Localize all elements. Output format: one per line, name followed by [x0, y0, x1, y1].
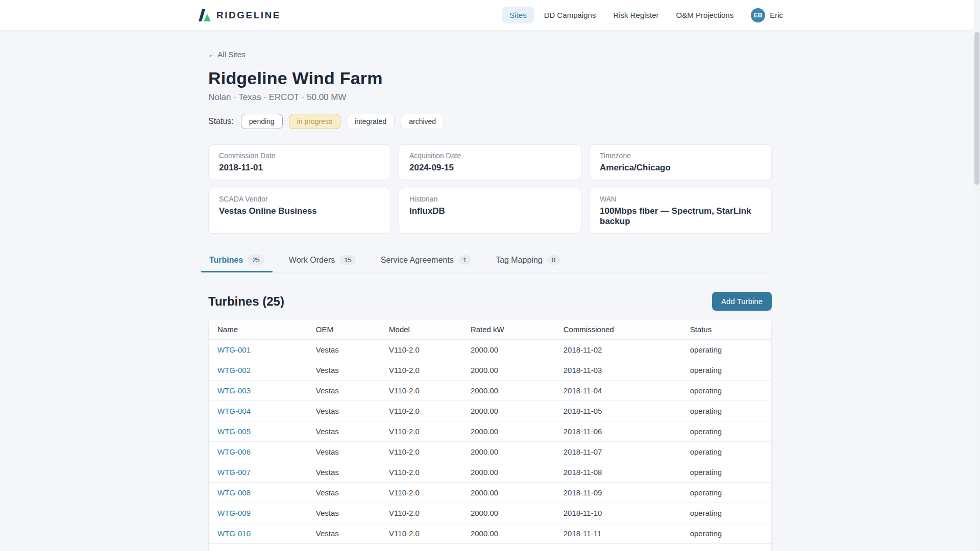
- table-cell: 2000.00: [462, 503, 555, 523]
- table-cell: Vestas: [307, 421, 380, 442]
- table-cell: V110-2.0: [380, 462, 462, 483]
- tab-count-badge: 15: [339, 255, 356, 265]
- card-label: WAN: [600, 195, 761, 203]
- card-label: Acquisition Date: [409, 152, 571, 160]
- table-cell: V110-2.0: [380, 340, 462, 360]
- table-cell: operating: [681, 523, 771, 544]
- turbine-link[interactable]: WTG-008: [217, 488, 251, 497]
- table-cell: Vestas: [307, 401, 380, 421]
- table-row: WTG-009VestasV110-2.02000.002018-11-10op…: [209, 503, 771, 523]
- table-cell: 2000.00: [462, 360, 555, 381]
- table-cell: WTG-007: [209, 462, 307, 483]
- table-cell: WTG-001: [209, 340, 307, 360]
- table-cell: WTG-002: [209, 360, 307, 381]
- nav-item-o-m-projections[interactable]: O&M Projections: [669, 7, 741, 23]
- table-cell: V110-2.0: [380, 442, 462, 462]
- info-card-wan: WAN100Mbps fiber — Spectrum, StarLink ba…: [589, 188, 772, 234]
- status-pill-archived[interactable]: archived: [401, 114, 444, 129]
- site-detail-page: ← All Sites Ridgeline Wind Farm Nolan · …: [208, 31, 772, 551]
- table-cell: Vestas: [307, 462, 380, 483]
- info-card-scada-vendor: SCADA VendorVestas Online Business: [208, 188, 391, 234]
- tab-label: Tag Mapping: [496, 256, 543, 265]
- column-header-rated-kw: Rated kW: [462, 319, 555, 340]
- turbine-link[interactable]: WTG-005: [217, 427, 251, 436]
- table-cell: operating: [681, 381, 771, 401]
- status-pill-integrated[interactable]: integrated: [347, 114, 395, 129]
- table-cell: 2000.00: [462, 381, 555, 401]
- card-value: 2018-11-01: [219, 163, 380, 173]
- tab-count-badge: 0: [547, 255, 560, 265]
- info-card-timezone: TimezoneAmerica/Chicago: [589, 144, 772, 180]
- turbine-link[interactable]: WTG-007: [217, 468, 251, 477]
- table-row: WTG-011VestasV110-2.02000.002018-11-12op…: [209, 544, 771, 551]
- table-cell: operating: [681, 483, 771, 503]
- table-row: WTG-001VestasV110-2.02000.002018-11-02op…: [209, 340, 771, 360]
- turbine-link[interactable]: WTG-002: [217, 366, 251, 374]
- scrollbar-thumb[interactable]: [974, 32, 979, 185]
- tab-work-orders[interactable]: Work Orders15: [288, 252, 357, 272]
- site-subtitle: Nolan · Texas · ERCOT · 50.00 MW: [208, 92, 772, 103]
- card-label: Historian: [409, 195, 571, 203]
- table-cell: 2018-11-10: [555, 503, 681, 523]
- table-row: WTG-010VestasV110-2.02000.002018-11-11op…: [209, 523, 771, 544]
- turbine-link[interactable]: WTG-009: [217, 509, 251, 517]
- table-cell: Vestas: [307, 442, 380, 462]
- status-pill-pending[interactable]: pending: [241, 114, 283, 129]
- turbine-link[interactable]: WTG-006: [217, 447, 251, 456]
- table-cell: V110-2.0: [380, 360, 462, 381]
- table-cell: WTG-005: [209, 421, 307, 442]
- table-cell: Vestas: [307, 340, 380, 360]
- section-title: Turbines (25): [208, 294, 284, 309]
- table-cell: 2018-11-07: [555, 442, 681, 462]
- status-pill-in-progress[interactable]: in progress: [289, 114, 340, 129]
- table-cell: V110-2.0: [380, 421, 462, 442]
- add-turbine-button[interactable]: Add Turbine: [712, 292, 772, 311]
- nav-item-sites[interactable]: Sites: [502, 7, 533, 23]
- avatar[interactable]: EB: [751, 8, 765, 22]
- info-card-commission-date: Commission Date2018-11-01: [208, 144, 391, 180]
- table-cell: 2000.00: [462, 462, 555, 483]
- table-row: WTG-005VestasV110-2.02000.002018-11-06op…: [209, 421, 771, 442]
- tab-label: Turbines: [209, 256, 243, 265]
- table-row: WTG-002VestasV110-2.02000.002018-11-03op…: [209, 360, 771, 381]
- turbine-link[interactable]: WTG-003: [217, 386, 251, 395]
- tab-turbines[interactable]: Turbines25: [208, 252, 265, 272]
- tab-label: Work Orders: [289, 256, 335, 265]
- table-cell: WTG-011: [209, 544, 307, 551]
- table-cell: Vestas: [307, 483, 380, 503]
- turbine-link[interactable]: WTG-010: [217, 529, 251, 538]
- table-cell: 2018-11-09: [555, 483, 681, 503]
- turbine-link[interactable]: WTG-001: [217, 345, 251, 354]
- tab-service-agreements[interactable]: Service Agreements1: [380, 252, 472, 272]
- brand-logo[interactable]: RIDGELINE: [197, 8, 281, 22]
- turbine-link[interactable]: WTG-004: [217, 407, 251, 415]
- table-cell: V110-2.0: [380, 381, 462, 401]
- table-cell: Vestas: [307, 503, 380, 523]
- user-menu[interactable]: EB Eric: [751, 8, 783, 22]
- back-to-all-sites-link[interactable]: ← All Sites: [208, 50, 246, 59]
- table-cell: operating: [681, 421, 771, 442]
- nav-item-risk-register[interactable]: Risk Register: [606, 7, 666, 23]
- table-cell: operating: [681, 544, 771, 551]
- column-header-model: Model: [380, 319, 462, 340]
- card-value: 100Mbps fiber — Spectrum, StarLink backu…: [600, 206, 761, 227]
- column-header-status: Status: [681, 319, 771, 340]
- card-value: 2024-09-15: [409, 163, 571, 173]
- turbines-table: NameOEMModelRated kWCommissionedStatus W…: [208, 319, 772, 551]
- card-label: SCADA Vendor: [219, 195, 380, 203]
- tab-label: Service Agreements: [381, 256, 454, 265]
- table-cell: Vestas: [307, 381, 380, 401]
- detail-tabs: Turbines25Work Orders15Service Agreement…: [208, 252, 772, 272]
- turbine-table-body: WTG-001VestasV110-2.02000.002018-11-02op…: [209, 340, 771, 551]
- card-label: Commission Date: [219, 152, 380, 160]
- table-cell: 2018-11-08: [555, 462, 681, 483]
- table-cell: 2018-11-06: [555, 421, 681, 442]
- nav-item-dd-campaigns[interactable]: DD Campaigns: [537, 7, 603, 23]
- table-cell: operating: [681, 462, 771, 483]
- tab-tag-mapping[interactable]: Tag Mapping0: [495, 252, 561, 272]
- table-row: WTG-003VestasV110-2.02000.002018-11-04op…: [209, 381, 771, 401]
- table-cell: operating: [681, 442, 771, 462]
- page-scrollbar[interactable]: [974, 0, 980, 551]
- primary-nav: SitesDD CampaignsRisk RegisterO&M Projec…: [502, 7, 741, 23]
- brand-name: RIDGELINE: [216, 10, 281, 21]
